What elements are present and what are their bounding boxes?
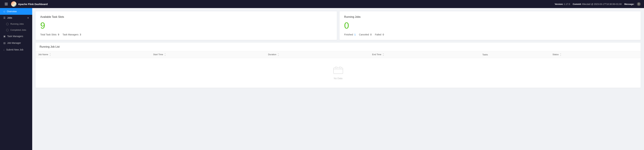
sort-end-time-icon[interactable] xyxy=(383,53,384,56)
jobs-chevron-icon: ∧ xyxy=(27,16,29,19)
flink-logo-icon xyxy=(11,1,16,7)
sidebar-item-jobs[interactable]: ☰ Jobs ∧ xyxy=(0,15,32,21)
completed-jobs-icon: ◯ xyxy=(6,28,9,31)
available-task-slots-title: Available Task Slots xyxy=(40,16,332,18)
svg-rect-1 xyxy=(335,67,337,68)
sort-job-name-icon[interactable] xyxy=(50,53,51,56)
sidebar-item-running-jobs[interactable]: ◯ Running Jobs xyxy=(0,21,32,27)
job-manager-icon: ▤ xyxy=(3,42,6,44)
col-duration[interactable]: Duration xyxy=(266,51,370,58)
canceled-stat: Canceled 0 xyxy=(359,33,372,36)
sidebar-item-overview-label: Overview xyxy=(7,10,16,13)
col-tasks[interactable]: Tasks xyxy=(480,51,550,58)
top-bar-left: Apache Flink Dashboard xyxy=(3,1,48,7)
total-task-slots-label: Total Task Slots 9 xyxy=(40,33,59,36)
jobs-icon: ☰ xyxy=(3,16,6,19)
running-jobs-stats: Finished 1 Canceled 0 Failed 0 xyxy=(344,33,636,36)
svg-rect-0 xyxy=(334,68,343,74)
submit-job-icon: ↓ xyxy=(3,48,4,51)
hamburger-button[interactable] xyxy=(3,2,9,6)
running-job-list-table: Job Name Start Time xyxy=(36,51,641,58)
sort-start-time-icon[interactable] xyxy=(164,53,166,56)
top-bar: Apache Flink Dashboard Version: 1.17.0 C… xyxy=(0,0,644,8)
task-managers-icon: ▣ xyxy=(3,35,6,38)
sidebar-item-task-managers-label: Task Managers xyxy=(7,35,23,38)
layout: ◇ Overview ☰ Jobs ∧ ◯ Running Jobs ◯ Com… xyxy=(0,8,644,150)
running-jobs-icon: ◯ xyxy=(6,22,9,25)
failed-stat: Failed 0 xyxy=(375,33,384,36)
version-label: Version: 1.17.0 xyxy=(555,3,570,5)
running-jobs-value: 0 xyxy=(344,21,636,30)
message-badge[interactable]: 0 xyxy=(637,2,641,6)
sidebar-item-overview[interactable]: ◇ Overview xyxy=(0,8,32,15)
finished-stat: Finished 1 xyxy=(344,33,356,36)
running-job-list-header: Running Job List xyxy=(36,42,641,51)
sidebar-item-submit-new-job[interactable]: ↓ Submit New Job xyxy=(0,46,32,53)
sidebar-item-running-jobs-label: Running Jobs xyxy=(10,23,24,25)
sidebar-item-jobs-label: Jobs xyxy=(7,16,12,19)
cards-row: Available Task Slots 9 Total Task Slots … xyxy=(36,12,641,40)
app-title: Apache Flink Dashboard xyxy=(18,3,48,6)
sidebar-item-job-manager-label: Job Manager xyxy=(7,42,21,44)
running-jobs-card-title: Running Jobs xyxy=(344,16,636,18)
running-job-list-title: Running Job List xyxy=(40,45,636,48)
available-task-slots-stats: Total Task Slots 9 Task Managers 3 xyxy=(40,33,332,36)
sidebar-item-submit-new-job-label: Submit New Job xyxy=(6,48,23,51)
available-task-slots-card: Available Task Slots 9 Total Task Slots … xyxy=(36,12,337,40)
message-label: Message: xyxy=(624,3,634,5)
sort-duration-icon[interactable] xyxy=(278,53,279,56)
svg-rect-2 xyxy=(339,67,341,68)
col-job-name[interactable]: Job Name xyxy=(36,51,150,58)
sidebar: ◇ Overview ☰ Jobs ∧ ◯ Running Jobs ◯ Com… xyxy=(0,8,32,150)
col-status[interactable]: Status xyxy=(550,51,641,58)
table-header-row: Job Name Start Time xyxy=(36,51,641,58)
col-start-time[interactable]: Start Time xyxy=(150,51,266,58)
no-data-icon xyxy=(333,66,344,75)
sidebar-item-completed-jobs-label: Completed Jobs xyxy=(10,29,26,31)
main-content: Available Task Slots 9 Total Task Slots … xyxy=(32,8,644,150)
no-data-text: No Data xyxy=(334,77,342,80)
overview-icon: ◇ xyxy=(3,10,5,13)
task-managers-stat-label: Task Managers 3 xyxy=(62,33,81,36)
running-job-list-table-wrapper: Job Name Start Time xyxy=(36,51,641,88)
logo-area: Apache Flink Dashboard xyxy=(11,1,48,7)
col-end-time[interactable]: End Time xyxy=(370,51,480,58)
sort-status-icon[interactable] xyxy=(560,53,561,56)
sidebar-item-job-manager[interactable]: ▤ Job Manager xyxy=(0,40,32,46)
running-jobs-card: Running Jobs 0 Finished 1 Canceled 0 Fai… xyxy=(340,12,641,40)
sidebar-item-completed-jobs[interactable]: ◯ Completed Jobs xyxy=(0,27,32,33)
no-data-container: No Data xyxy=(36,58,641,88)
running-job-list-section: Running Job List Job Name xyxy=(36,42,641,88)
sidebar-item-task-managers[interactable]: ▣ Task Managers xyxy=(0,33,32,40)
commit-label: Commit: 69ecda0 @ 2023-03-17T10:30:06+01… xyxy=(573,3,622,5)
available-task-slots-value: 9 xyxy=(40,21,332,30)
top-bar-right: Version: 1.17.0 Commit: 69ecda0 @ 2023-0… xyxy=(555,2,641,6)
